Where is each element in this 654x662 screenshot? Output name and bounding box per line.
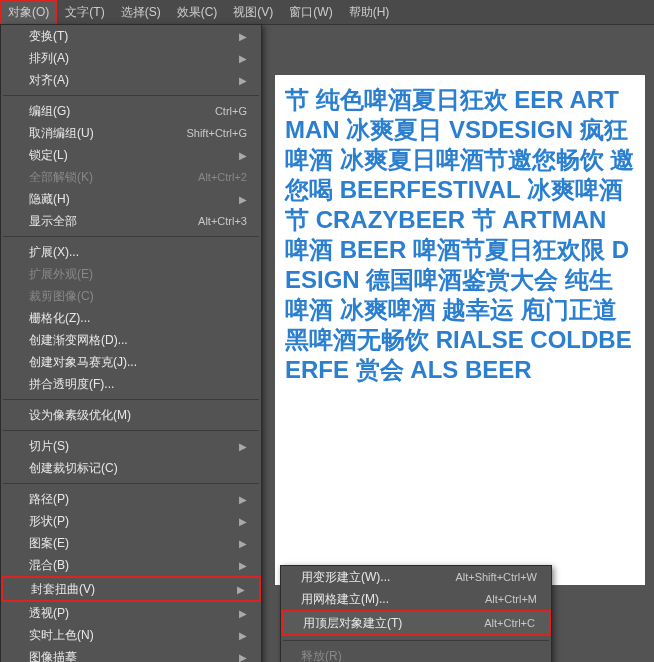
menu-item[interactable]: 锁定(L)▶ [1,144,261,166]
menu-item[interactable]: 隐藏(H)▶ [1,188,261,210]
menu-item-label: 切片(S) [29,438,69,455]
submenu-item[interactable]: 用顶层对象建立(T)Alt+Ctrl+C [283,612,549,634]
menu-item[interactable]: 取消编组(U)Shift+Ctrl+G [1,122,261,144]
submenu-arrow-icon: ▶ [239,75,247,86]
submenu-item-shortcut: Alt+Ctrl+C [484,617,535,629]
menu-item-shortcut: Shift+Ctrl+G [186,127,247,139]
menu-item-label: 图像描摹 [29,649,77,663]
menu-item-shortcut: Ctrl+G [215,105,247,117]
menu-item-label: 对齐(A) [29,72,69,89]
menu-item[interactable]: 显示全部Alt+Ctrl+3 [1,210,261,232]
menu-item[interactable]: 图案(E)▶ [1,532,261,554]
menu-item[interactable]: 拼合透明度(F)... [1,373,261,395]
menu-separator [3,483,259,484]
menu-item-label: 创建裁切标记(C) [29,460,118,477]
submenu-item-label: 释放(R) [301,648,342,663]
menu-item-label: 栅格化(Z)... [29,310,90,327]
menu-item[interactable]: 创建对象马赛克(J)... [1,351,261,373]
submenu-arrow-icon: ▶ [239,194,247,205]
highlighted-menu-item[interactable]: 封套扭曲(V)▶ [1,576,261,602]
menu-separator [283,640,549,641]
submenu-item-shortcut: Alt+Shift+Ctrl+W [455,571,537,583]
submenu-arrow-icon: ▶ [239,150,247,161]
menubar-item-effect[interactable]: 效果(C) [169,0,226,25]
menubar-item-select[interactable]: 选择(S) [113,0,169,25]
menubar-item-help[interactable]: 帮助(H) [341,0,398,25]
menu-item[interactable]: 创建裁切标记(C) [1,457,261,479]
menu-item-label: 裁剪图像(C) [29,288,94,305]
menu-item-label: 实时上色(N) [29,627,94,644]
menu-item-shortcut: Alt+Ctrl+2 [198,171,247,183]
menu-item[interactable]: 栅格化(Z)... [1,307,261,329]
submenu-item: 释放(R) [281,645,551,662]
menu-item-label: 排列(A) [29,50,69,67]
menu-item-label: 封套扭曲(V) [31,581,95,598]
menu-item[interactable]: 编组(G)Ctrl+G [1,100,261,122]
menu-separator [3,95,259,96]
menu-item[interactable]: 混合(B)▶ [1,554,261,576]
menu-item[interactable]: 扩展(X)... [1,241,261,263]
submenu-arrow-icon: ▶ [239,53,247,64]
menu-item[interactable]: 变换(T)▶ [1,25,261,47]
submenu-arrow-icon: ▶ [239,608,247,619]
menu-item[interactable]: 对齐(A)▶ [1,69,261,91]
menu-item-label: 锁定(L) [29,147,68,164]
artwork-text: 节 纯色啤酒夏日狂欢 EER ARTMAN 冰爽夏日 VSDESIGN 疯狂啤酒… [275,75,645,395]
menu-separator [3,236,259,237]
menubar-item-text[interactable]: 文字(T) [57,0,112,25]
menu-item[interactable]: 设为像素级优化(M) [1,404,261,426]
menubar-item-view[interactable]: 视图(V) [225,0,281,25]
menu-item[interactable]: 封套扭曲(V)▶ [3,578,259,600]
menu-item-label: 混合(B) [29,557,69,574]
menu-item[interactable]: 实时上色(N)▶ [1,624,261,646]
menu-item-label: 路径(P) [29,491,69,508]
submenu-item[interactable]: 用网格建立(M)...Alt+Ctrl+M [281,588,551,610]
submenu-item-label: 用网格建立(M)... [301,591,389,608]
menu-item-label: 创建对象马赛克(J)... [29,354,137,371]
submenu-item-label: 用变形建立(W)... [301,569,390,586]
menu-item-label: 编组(G) [29,103,70,120]
topbar: 对象(O) 文字(T) 选择(S) 效果(C) 视图(V) 窗口(W) 帮助(H… [0,0,654,24]
submenu-arrow-icon: ▶ [239,516,247,527]
highlighted-submenu-item[interactable]: 用顶层对象建立(T)Alt+Ctrl+C [281,610,551,636]
submenu-item-label: 用顶层对象建立(T) [303,615,402,632]
menu-item-shortcut: Alt+Ctrl+3 [198,215,247,227]
menubar-item-object[interactable]: 对象(O) [0,0,57,25]
object-menu: 变换(T)▶排列(A)▶对齐(A)▶编组(G)Ctrl+G取消编组(U)Shif… [0,24,262,662]
menu-item-label: 设为像素级优化(M) [29,407,131,424]
menu-separator [3,430,259,431]
submenu-item[interactable]: 用变形建立(W)...Alt+Shift+Ctrl+W [281,566,551,588]
menu-item: 裁剪图像(C) [1,285,261,307]
menu-item-label: 透视(P) [29,605,69,622]
menubar-item-window[interactable]: 窗口(W) [281,0,340,25]
submenu-arrow-icon: ▶ [239,630,247,641]
menu-item-label: 取消编组(U) [29,125,94,142]
menu-item[interactable]: 透视(P)▶ [1,602,261,624]
submenu-arrow-icon: ▶ [237,584,245,595]
submenu-arrow-icon: ▶ [239,560,247,571]
menu-item-label: 拼合透明度(F)... [29,376,114,393]
menu-item-label: 扩展(X)... [29,244,79,261]
menu-item-label: 显示全部 [29,213,77,230]
envelope-distort-submenu: 用变形建立(W)...Alt+Shift+Ctrl+W用网格建立(M)...Al… [280,565,552,662]
submenu-item-shortcut: Alt+Ctrl+M [485,593,537,605]
submenu-arrow-icon: ▶ [239,494,247,505]
menu-item[interactable]: 创建渐变网格(D)... [1,329,261,351]
menu-item: 全部解锁(K)Alt+Ctrl+2 [1,166,261,188]
menu-item-label: 变换(T) [29,28,68,45]
menu-item[interactable]: 路径(P)▶ [1,488,261,510]
menu-item-label: 创建渐变网格(D)... [29,332,128,349]
menu-item[interactable]: 图像描摹▶ [1,646,261,662]
menu-item[interactable]: 排列(A)▶ [1,47,261,69]
submenu-arrow-icon: ▶ [239,538,247,549]
menu-item-label: 扩展外观(E) [29,266,93,283]
submenu-arrow-icon: ▶ [239,652,247,663]
menu-item-label: 形状(P) [29,513,69,530]
artboard[interactable]: 节 纯色啤酒夏日狂欢 EER ARTMAN 冰爽夏日 VSDESIGN 疯狂啤酒… [275,75,645,585]
submenu-arrow-icon: ▶ [239,441,247,452]
submenu-arrow-icon: ▶ [239,31,247,42]
menu-item-label: 图案(E) [29,535,69,552]
menu-item-label: 全部解锁(K) [29,169,93,186]
menu-item[interactable]: 形状(P)▶ [1,510,261,532]
menu-item[interactable]: 切片(S)▶ [1,435,261,457]
